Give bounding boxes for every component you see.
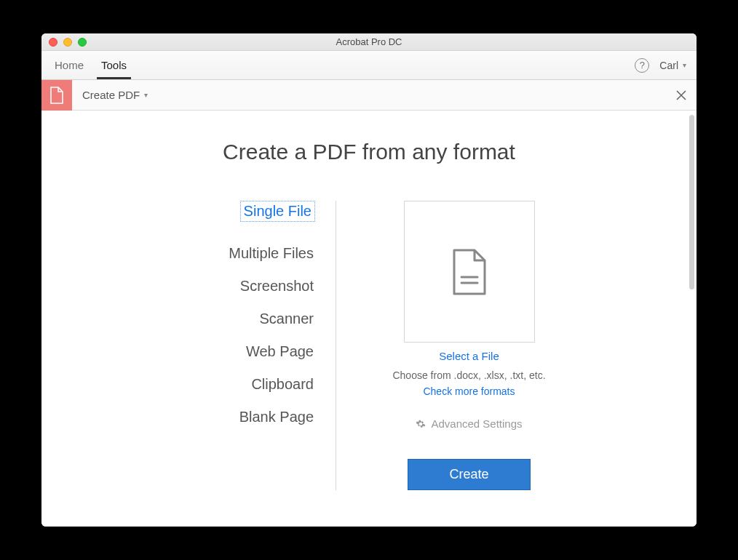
advanced-settings-label: Advanced Settings: [431, 417, 522, 430]
more-formats-link[interactable]: Check more formats: [423, 385, 515, 397]
document-icon: [450, 248, 489, 296]
tool-label-text: Create PDF: [82, 89, 140, 101]
chevron-down-icon: ▾: [144, 91, 148, 99]
create-pdf-tool-icon: [41, 80, 72, 111]
window-controls: [41, 38, 87, 47]
file-icon: [49, 87, 65, 104]
content-columns: Single File Multiple Files Screenshot Sc…: [41, 201, 697, 490]
tab-tools[interactable]: Tools: [92, 51, 135, 79]
close-icon: [675, 89, 687, 101]
source-multiple-files[interactable]: Multiple Files: [169, 242, 315, 265]
window-title: Acrobat Pro DC: [41, 36, 697, 47]
tool-toolbar: Create PDF ▾: [41, 80, 697, 111]
source-screenshot[interactable]: Screenshot: [169, 275, 315, 297]
user-menu[interactable]: Carl ▾: [659, 60, 692, 71]
close-window-button[interactable]: [49, 38, 57, 47]
gear-icon: [416, 419, 426, 429]
select-file-link[interactable]: Select a File: [439, 350, 499, 362]
tab-home[interactable]: Home: [46, 51, 92, 79]
zoom-window-button[interactable]: [78, 38, 87, 47]
tool-dropdown[interactable]: Create PDF ▾: [82, 89, 148, 101]
source-web-page[interactable]: Web Page: [169, 340, 315, 363]
main-panel: Create a PDF from any format Single File…: [41, 111, 697, 527]
titlebar: Acrobat Pro DC: [41, 33, 697, 51]
source-scanner[interactable]: Scanner: [169, 308, 315, 330]
help-icon[interactable]: ?: [635, 58, 649, 73]
file-drop-area[interactable]: [404, 201, 535, 343]
user-name: Carl: [659, 60, 678, 71]
create-button[interactable]: Create: [408, 459, 530, 490]
format-hint: Choose from .docx, .xlsx, .txt, etc.: [392, 369, 545, 381]
minimize-window-button[interactable]: [63, 38, 72, 47]
scrollbar[interactable]: [689, 115, 694, 289]
source-clipboard[interactable]: Clipboard: [169, 373, 315, 396]
source-list: Single File Multiple Files Screenshot Sc…: [169, 201, 336, 490]
detail-panel: Select a File Choose from .docx, .xlsx, …: [336, 201, 569, 490]
app-window: Acrobat Pro DC Home Tools ? Carl ▾ Creat…: [41, 33, 697, 527]
close-tool-button[interactable]: [666, 89, 697, 101]
source-single-file[interactable]: Single File: [240, 201, 315, 222]
advanced-settings[interactable]: Advanced Settings: [416, 417, 522, 430]
page-title: Create a PDF from any format: [41, 140, 697, 164]
top-tabs: Home Tools ? Carl ▾: [41, 51, 697, 80]
source-blank-page[interactable]: Blank Page: [169, 406, 315, 428]
chevron-down-icon: ▾: [683, 61, 686, 69]
